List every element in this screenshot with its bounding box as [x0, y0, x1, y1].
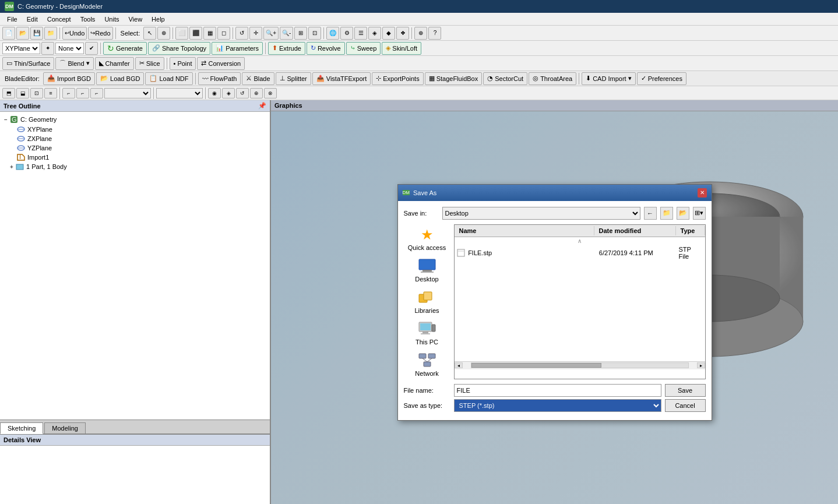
tab-sketching[interactable]: Sketching: [0, 422, 43, 434]
move-btn[interactable]: ✛: [249, 27, 262, 40]
small-btn10[interactable]: ↺: [236, 88, 249, 98]
menu-tools[interactable]: Tools: [76, 15, 100, 24]
tree-item-xyplane[interactable]: XYPlane: [0, 125, 270, 134]
menu-file[interactable]: File: [2, 15, 22, 24]
graphics-area[interactable]: Graphics: [271, 100, 838, 504]
flowpath-btn[interactable]: 〰 FlowPath: [198, 72, 241, 85]
small-btn12[interactable]: ⊗: [264, 88, 277, 98]
scroll-track[interactable]: [471, 362, 689, 368]
throat-area-btn[interactable]: ◎ ThroatArea: [529, 72, 576, 85]
revolve-btn[interactable]: ↻ Revolve: [307, 42, 345, 55]
vista-tf-btn[interactable]: 📤 VistaTFExport: [312, 72, 371, 85]
skin-loft-btn[interactable]: ◈ Skin/Loft: [382, 42, 421, 55]
nav-newfolder-btn[interactable]: 📂: [677, 207, 689, 220]
misc-btn7[interactable]: ?: [428, 27, 441, 40]
export-points-btn[interactable]: ⊹ ExportPoints: [372, 72, 423, 85]
scroll-thumb[interactable]: [471, 363, 601, 368]
plane-btn[interactable]: ✦: [41, 42, 54, 55]
menu-help[interactable]: Help: [147, 15, 170, 24]
tree-item-import1[interactable]: I Import1: [0, 153, 270, 162]
root-expand-icon[interactable]: −: [2, 117, 9, 123]
import-bgd-btn[interactable]: 📥 Import BGD: [43, 72, 95, 85]
zoomout-btn[interactable]: 🔍-: [280, 27, 293, 40]
misc-btn6[interactable]: ⊕: [414, 27, 427, 40]
scroll-right-btn[interactable]: ▸: [697, 362, 705, 368]
part-expand-icon[interactable]: +: [8, 164, 15, 170]
chamfer-btn[interactable]: ◣ Chamfer: [95, 57, 134, 70]
sidebar-libraries[interactable]: Libraries: [407, 287, 448, 316]
view-btn2[interactable]: ⬛: [189, 27, 202, 40]
load-ndf-btn[interactable]: 📋 Load NDF: [145, 72, 192, 85]
nav-view-btn[interactable]: ⊞▾: [693, 207, 706, 220]
small-btn8[interactable]: ◉: [208, 88, 221, 98]
redo-btn[interactable]: ↪ Redo: [88, 27, 112, 40]
generate-btn[interactable]: ↻ Generate: [103, 42, 147, 55]
tree-root[interactable]: − G C: Geometry: [0, 114, 270, 125]
open-btn[interactable]: 📂: [16, 27, 29, 40]
nav-back-btn[interactable]: ←: [644, 207, 657, 220]
conversion-btn[interactable]: ⇄ Conversion: [197, 57, 245, 70]
menu-view[interactable]: View: [124, 15, 147, 24]
tree-item-part[interactable]: + 1 Part, 1 Body: [0, 162, 270, 171]
small-btn3[interactable]: ⊡: [30, 88, 43, 98]
small-btn11[interactable]: ⊕: [250, 88, 263, 98]
tab-modeling[interactable]: Modeling: [44, 422, 86, 433]
cad-import-btn[interactable]: ⬇ CAD Import ▾: [582, 72, 635, 85]
splitter-btn[interactable]: ⊥ Splitter: [276, 72, 311, 85]
sketch-select[interactable]: [104, 88, 151, 98]
tree-item-yzplane[interactable]: YZPlane: [0, 143, 270, 153]
sidebar-desktop[interactable]: Desktop: [407, 256, 448, 285]
tree-pin-icon[interactable]: 📌: [258, 102, 266, 110]
menu-units[interactable]: Units: [100, 15, 124, 24]
small-btn2[interactable]: ⬓: [16, 88, 29, 98]
none-select[interactable]: None: [55, 43, 84, 54]
tree-item-zxplane[interactable]: ZXPlane: [0, 134, 270, 143]
zoomin-btn[interactable]: 🔍+: [263, 27, 279, 40]
saveall-btn[interactable]: 📁: [44, 27, 57, 40]
save-in-select[interactable]: Desktop: [442, 207, 640, 220]
sidebar-network[interactable]: Network: [407, 350, 448, 379]
scroll-left-btn[interactable]: ◂: [455, 362, 463, 368]
view-btn1[interactable]: ⬜: [175, 27, 188, 40]
small-btn9[interactable]: ◈: [222, 88, 235, 98]
load-bgd-btn[interactable]: 📂 Load BGD: [96, 72, 144, 85]
view-btn3[interactable]: ▦: [203, 27, 216, 40]
select-mode2-btn[interactable]: ⊕: [157, 27, 170, 40]
misc-btn3[interactable]: ◈: [368, 27, 381, 40]
sidebar-this-pc[interactable]: This PC: [407, 319, 448, 348]
small-btn1[interactable]: ⬒: [2, 88, 15, 98]
view-btn4[interactable]: ◻: [217, 27, 230, 40]
preferences-btn[interactable]: ✓ Preferences: [637, 72, 686, 85]
sidebar-quick-access[interactable]: ★ Quick access: [407, 224, 448, 253]
menu-concept[interactable]: Concept: [43, 15, 76, 24]
spin-btn[interactable]: ↺: [235, 27, 248, 40]
cad-import-dropdown-icon[interactable]: ▾: [628, 75, 632, 82]
col-name-header[interactable]: Name: [455, 226, 594, 235]
blend-btn[interactable]: ⌒ Blend ▾: [55, 57, 93, 70]
col-modified-header[interactable]: Date modified: [594, 226, 676, 235]
save-button[interactable]: Save: [665, 384, 706, 397]
thin-surface-btn[interactable]: ▭ Thin/Surface: [2, 57, 54, 70]
apply-btn[interactable]: ✔: [85, 42, 98, 55]
small-btn5[interactable]: ⌐: [62, 88, 75, 98]
extrude-btn[interactable]: ⬆ Extrude: [268, 42, 305, 55]
misc-btn1[interactable]: ⚙: [340, 27, 353, 40]
file-name-input[interactable]: [454, 384, 661, 397]
misc-btn2[interactable]: ☰: [354, 27, 367, 40]
new-btn[interactable]: 📄: [2, 27, 15, 40]
share-topology-btn[interactable]: 🔗 Share Topology: [148, 42, 210, 55]
stage-fluid-btn[interactable]: ▦ StageFluidBox: [425, 72, 483, 85]
small-btn4[interactable]: ≡: [44, 88, 57, 98]
col-type-header[interactable]: Type: [676, 226, 705, 235]
misc-btn4[interactable]: ◆: [382, 27, 395, 40]
zoomfit-btn[interactable]: ⊞: [294, 27, 307, 40]
small-btn7[interactable]: ⌐: [90, 88, 103, 98]
misc-btn5[interactable]: ❖: [396, 27, 409, 40]
view-select[interactable]: [156, 88, 203, 98]
nav-btn[interactable]: 🌐: [326, 27, 339, 40]
save-as-type-select[interactable]: STEP (*.stp) IGES (*.igs) Parasolid (*.x…: [454, 399, 661, 412]
sector-cut-btn[interactable]: ◔ SectorCut: [483, 72, 527, 85]
save-btn[interactable]: 💾: [30, 27, 43, 40]
point-btn[interactable]: • Point: [170, 57, 196, 70]
menu-edit[interactable]: Edit: [22, 15, 43, 24]
